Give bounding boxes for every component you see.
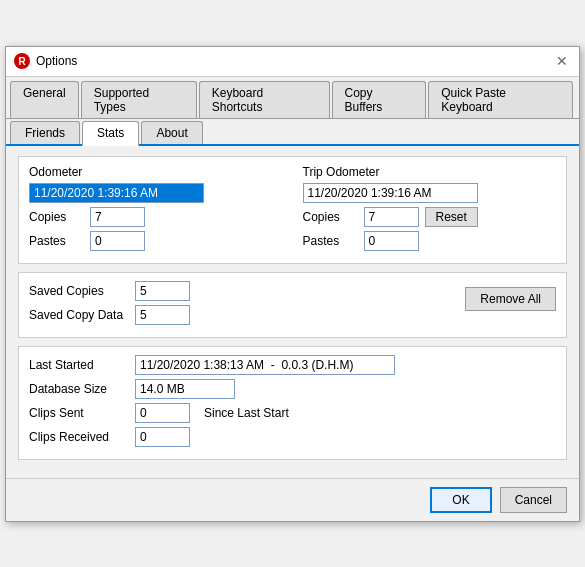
saved-copies-row: Saved Copies bbox=[29, 281, 445, 301]
database-size-label: Database Size bbox=[29, 382, 129, 396]
trip-odometer-label: Trip Odometer bbox=[303, 165, 557, 179]
odometer-pastes-row: Pastes bbox=[29, 231, 283, 251]
database-size-row: Database Size bbox=[29, 379, 556, 399]
saved-section: Saved Copies Saved Copy Data Remove All bbox=[18, 272, 567, 338]
odometer-date-row bbox=[29, 183, 283, 203]
tab-copy-buffers[interactable]: Copy Buffers bbox=[332, 81, 427, 118]
tab-stats[interactable]: Stats bbox=[82, 121, 139, 146]
saved-copy-data-input[interactable] bbox=[135, 305, 190, 325]
odometer-row: Odometer Copies Pastes Trip Odomet bbox=[29, 165, 556, 255]
trip-odometer-right: Trip Odometer Copies Reset Pastes bbox=[303, 165, 557, 255]
odometer-date-input[interactable] bbox=[29, 183, 204, 203]
clips-received-row: Clips Received bbox=[29, 427, 556, 447]
saved-copies-label: Saved Copies bbox=[29, 284, 129, 298]
reset-button[interactable]: Reset bbox=[425, 207, 478, 227]
odometer-pastes-input[interactable] bbox=[90, 231, 145, 251]
trip-date-input[interactable] bbox=[303, 183, 478, 203]
bottom-bar: OK Cancel bbox=[6, 478, 579, 521]
remove-all-button[interactable]: Remove All bbox=[465, 287, 556, 311]
last-started-row: Last Started bbox=[29, 355, 556, 375]
options-window: R Options ✕ General Supported Types Keyb… bbox=[5, 46, 580, 522]
close-button[interactable]: ✕ bbox=[553, 52, 571, 70]
trip-pastes-row: Pastes bbox=[303, 231, 557, 251]
ok-button[interactable]: OK bbox=[430, 487, 491, 513]
clips-sent-row: Clips Sent Since Last Start bbox=[29, 403, 556, 423]
clips-received-input[interactable] bbox=[135, 427, 190, 447]
odometer-copies-input[interactable] bbox=[90, 207, 145, 227]
system-section: Last Started Database Size Clips Sent Si… bbox=[18, 346, 567, 460]
odometer-section: Odometer Copies Pastes Trip Odomet bbox=[18, 156, 567, 264]
last-started-input[interactable] bbox=[135, 355, 395, 375]
trip-copies-label: Copies bbox=[303, 210, 358, 224]
last-started-label: Last Started bbox=[29, 358, 129, 372]
clips-sent-input[interactable] bbox=[135, 403, 190, 423]
title-bar: R Options ✕ bbox=[6, 47, 579, 77]
trip-copies-input[interactable] bbox=[364, 207, 419, 227]
saved-copy-data-row: Saved Copy Data bbox=[29, 305, 445, 325]
window-title: Options bbox=[36, 54, 77, 68]
tabs-row-1: General Supported Types Keyboard Shortcu… bbox=[6, 77, 579, 119]
odometer-copies-row: Copies bbox=[29, 207, 283, 227]
odometer-left: Odometer Copies Pastes bbox=[29, 165, 283, 255]
app-icon: R bbox=[14, 53, 30, 69]
tab-general[interactable]: General bbox=[10, 81, 79, 118]
odometer-label: Odometer bbox=[29, 165, 283, 179]
trip-pastes-input[interactable] bbox=[364, 231, 419, 251]
trip-date-row bbox=[303, 183, 557, 203]
cancel-button[interactable]: Cancel bbox=[500, 487, 567, 513]
clips-received-label: Clips Received bbox=[29, 430, 129, 444]
clips-sent-label: Clips Sent bbox=[29, 406, 129, 420]
saved-copies-input[interactable] bbox=[135, 281, 190, 301]
tab-friends[interactable]: Friends bbox=[10, 121, 80, 144]
tab-about[interactable]: About bbox=[141, 121, 202, 144]
tab-keyboard-shortcuts[interactable]: Keyboard Shortcuts bbox=[199, 81, 330, 118]
saved-fields: Saved Copies Saved Copy Data bbox=[29, 281, 445, 329]
content-area: Odometer Copies Pastes Trip Odomet bbox=[6, 146, 579, 478]
trip-pastes-label: Pastes bbox=[303, 234, 358, 248]
odometer-pastes-label: Pastes bbox=[29, 234, 84, 248]
title-bar-left: R Options bbox=[14, 53, 77, 69]
trip-copies-row: Copies Reset bbox=[303, 207, 557, 227]
tab-supported-types[interactable]: Supported Types bbox=[81, 81, 197, 118]
tab-quick-paste-keyboard[interactable]: Quick Paste Keyboard bbox=[428, 81, 573, 118]
since-last-start-label: Since Last Start bbox=[204, 406, 289, 420]
saved-copy-data-label: Saved Copy Data bbox=[29, 308, 129, 322]
odometer-copies-label: Copies bbox=[29, 210, 84, 224]
tabs-row-2: Friends Stats About bbox=[6, 119, 579, 146]
database-size-input[interactable] bbox=[135, 379, 235, 399]
